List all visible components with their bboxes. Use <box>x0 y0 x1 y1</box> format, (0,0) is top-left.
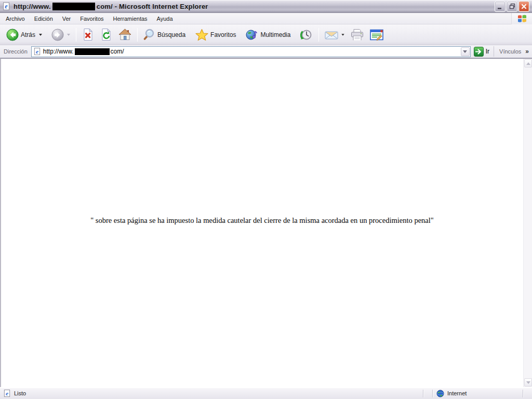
history-icon <box>299 29 313 41</box>
go-arrow-icon <box>474 47 484 57</box>
search-icon <box>143 29 155 41</box>
forward-dropdown-icon[interactable] <box>67 34 70 36</box>
address-url-prefix: http://www. <box>43 48 74 55</box>
svg-text:e: e <box>6 390 8 396</box>
toolbar-separator <box>318 28 319 42</box>
menu-ver[interactable]: Ver <box>58 14 76 23</box>
print-button[interactable] <box>348 26 367 43</box>
window-title-suffix: com/ - Microsoft Internet Explorer <box>97 3 208 10</box>
chevron-down-icon <box>463 50 467 53</box>
scroll-up-icon <box>526 62 530 65</box>
status-zone-pane: Internet <box>434 390 522 397</box>
title-bar[interactable]: e http://www. com/ - Microsoft Internet … <box>0 0 532 13</box>
menu-archivo[interactable]: Archivo <box>1 14 30 23</box>
toolbar-separator <box>76 28 76 42</box>
stop-icon <box>82 28 94 41</box>
menu-bar: Archivo Edición Ver Favoritos Herramient… <box>0 13 532 24</box>
forward-icon <box>51 29 64 41</box>
print-icon <box>351 29 364 41</box>
go-label: Ir <box>486 48 489 55</box>
status-ready-label: Listo <box>14 390 26 396</box>
close-icon <box>521 4 527 9</box>
address-input[interactable]: e http://www. com/ <box>31 46 471 57</box>
favorites-button[interactable]: Favoritos <box>192 26 240 43</box>
edit-icon <box>370 29 383 41</box>
windows-logo-icon <box>511 13 532 24</box>
back-dropdown-icon[interactable] <box>39 34 42 36</box>
scroll-down-icon <box>526 381 530 384</box>
mail-button[interactable] <box>322 28 348 42</box>
home-icon <box>118 29 131 41</box>
address-label: Dirección <box>2 48 31 55</box>
menu-herramientas[interactable]: Herramientas <box>109 14 152 23</box>
page-content: " sobre esta página se ha impuesto la me… <box>0 58 532 387</box>
redaction-box-url <box>75 48 110 55</box>
search-label: Búsqueda <box>157 31 186 38</box>
menu-favoritos[interactable]: Favoritos <box>75 14 108 23</box>
go-button[interactable]: Ir <box>474 47 489 57</box>
address-dropdown-button[interactable] <box>461 47 470 56</box>
scroll-up-button[interactable] <box>524 59 532 68</box>
scroll-down-button[interactable] <box>524 378 532 387</box>
mail-dropdown-icon[interactable] <box>342 34 344 36</box>
minimize-icon <box>497 4 503 9</box>
status-zone-label: Internet <box>447 390 467 396</box>
svg-text:e: e <box>36 48 38 55</box>
back-icon <box>6 29 19 41</box>
internet-globe-icon <box>436 390 444 397</box>
window-title: http://www. com/ - Microsoft Internet Ex… <box>14 3 495 10</box>
page-ie-icon: e <box>33 47 41 56</box>
address-url-suffix: com/ <box>111 48 124 55</box>
restore-button[interactable] <box>507 1 517 12</box>
browser-window: e http://www. com/ - Microsoft Internet … <box>0 0 532 399</box>
search-button[interactable]: Búsqueda <box>140 26 189 43</box>
home-button[interactable] <box>115 26 135 43</box>
refresh-icon <box>100 28 112 41</box>
address-bar: Dirección e http://www. com/ <box>0 45 532 58</box>
standard-buttons-toolbar: Atrás <box>0 24 532 45</box>
back-label: Atrás <box>21 31 36 38</box>
status-separator <box>423 390 424 397</box>
refresh-button[interactable] <box>97 26 115 43</box>
favorites-label: Favoritos <box>210 31 236 38</box>
back-button[interactable]: Atrás <box>3 26 45 43</box>
toolbar-separator <box>137 28 138 42</box>
close-button[interactable] <box>518 1 529 12</box>
address-url: http://www. com/ <box>43 48 124 55</box>
menu-ayuda[interactable]: Ayuda <box>152 14 178 23</box>
ie-logo-icon: e <box>2 2 10 10</box>
history-button[interactable] <box>296 26 316 43</box>
status-page-icon: e <box>3 389 11 397</box>
multimedia-icon <box>246 29 258 41</box>
links-toolbar: Vínculos » <box>494 46 530 57</box>
status-bar: e Listo Internet <box>0 387 532 399</box>
minimize-button[interactable] <box>495 1 506 12</box>
vertical-scrollbar[interactable] <box>523 59 532 387</box>
window-title-prefix: http://www. <box>14 3 51 10</box>
closure-notice-text: " sobre esta página se ha impuesto la me… <box>1 216 523 225</box>
restore-icon <box>509 3 515 9</box>
status-separator <box>523 390 524 397</box>
status-separator <box>432 390 433 397</box>
links-label: Vínculos <box>499 48 521 55</box>
redaction-box-title <box>52 3 95 10</box>
media-label: Multimedia <box>260 31 291 38</box>
favorites-star-icon <box>195 29 208 41</box>
edit-button[interactable] <box>367 27 387 43</box>
media-button[interactable]: Multimedia <box>243 26 294 43</box>
stop-button[interactable] <box>79 26 97 43</box>
menu-edicion[interactable]: Edición <box>30 14 58 23</box>
svg-text:e: e <box>5 3 8 10</box>
forward-button[interactable] <box>48 26 73 43</box>
status-ready-pane: e Listo <box>2 389 422 397</box>
mail-icon <box>325 30 338 40</box>
links-chevron-icon[interactable]: » <box>525 48 528 55</box>
